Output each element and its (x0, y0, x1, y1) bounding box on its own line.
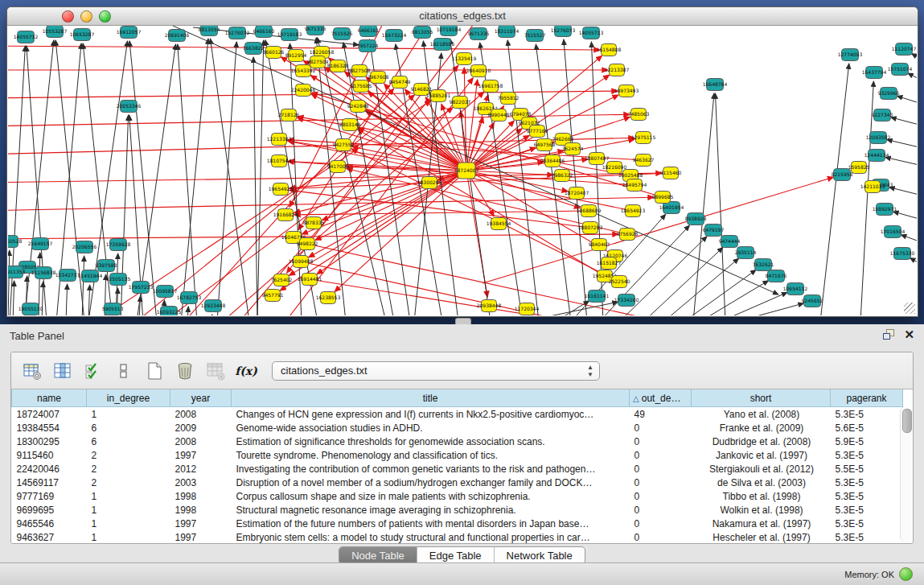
graph-node[interactable]: 17359928 (106, 239, 131, 251)
table-row[interactable]: 977716911998Corpus callosum shape and si… (12, 489, 903, 503)
table-cell[interactable]: 5.5E-5 (831, 462, 903, 476)
graph-node[interactable]: 18640910 (466, 65, 491, 77)
graph-node[interactable]: 3624574 (562, 143, 584, 155)
table-cell[interactable]: 6 (87, 435, 170, 448)
graph-node[interactable]: 9175685 (351, 80, 372, 93)
graph-node[interactable]: 2935114 (735, 247, 757, 259)
table-cell[interactable]: 1997 (170, 448, 232, 462)
table-cell[interactable]: 1998 (170, 489, 232, 503)
table-cell[interactable]: 2003 (170, 476, 232, 489)
table-cell[interactable]: 0 (630, 503, 692, 517)
graph-node[interactable]: 12923448 (201, 300, 226, 312)
select-attributes-icon[interactable] (84, 361, 103, 381)
network-table-select[interactable]: citations_edges.txt ▲▼ (272, 361, 600, 381)
graph-node[interactable]: 8938928 (685, 213, 707, 225)
graph-node[interactable]: 7955812 (498, 93, 519, 105)
graph-node[interactable]: 10095817 (153, 286, 178, 298)
table-cell[interactable]: 2008 (170, 435, 232, 448)
table-cell[interactable]: 2008 (170, 407, 232, 422)
table-cell[interactable]: 1997 (170, 530, 232, 544)
network-window[interactable]: citations_edges.txt 14055712105532871065… (6, 6, 918, 317)
table-scrollbar-thumb[interactable] (902, 409, 912, 433)
new-table-icon[interactable] (145, 361, 164, 381)
table-cell[interactable]: 1997 (170, 517, 232, 530)
graph-node[interactable]: 14055713 (579, 27, 604, 39)
graph-node[interactable]: 6497568 (534, 139, 556, 151)
table-cell[interactable]: 18724007 (12, 407, 87, 422)
graph-node[interactable]: 16782753 (177, 292, 202, 304)
graph-node[interactable]: 2718126 (278, 109, 300, 122)
graph-node[interactable]: 11120747 (892, 43, 917, 56)
table-cell[interactable]: Franke et al. (2009) (692, 421, 831, 435)
graph-node[interactable]: 7515527 (524, 30, 546, 42)
table-cell[interactable]: 0 (630, 448, 692, 462)
graph-node[interactable]: 8813054 (199, 26, 220, 36)
table-cell[interactable]: 5.3E-5 (831, 407, 903, 422)
graph-node[interactable]: 17016504 (881, 226, 906, 238)
graph-node[interactable]: 16154808 (597, 44, 622, 56)
graph-node[interactable]: 9671336 (468, 28, 490, 40)
window-resize-grip[interactable] (904, 303, 915, 314)
graph-node[interactable]: 8471676 (766, 270, 787, 282)
graph-node[interactable]: 9457791 (262, 290, 284, 302)
table-cell[interactable]: 5.3E-5 (831, 476, 903, 489)
graph-node[interactable]: 16093225 (157, 307, 182, 316)
graph-node[interactable]: 11325419 (452, 53, 477, 65)
graph-node[interactable]: 12213387 (605, 64, 630, 76)
graph-node[interactable]: 12213383 (267, 134, 292, 146)
table-cell[interactable]: Embryonic stem cells: a model to study s… (232, 530, 630, 544)
table-row[interactable]: 946554611997Estimation of the future num… (12, 517, 903, 530)
function-builder-icon[interactable]: f(x) (236, 361, 256, 381)
graph-node[interactable]: 9840467 (589, 239, 610, 251)
delete-table-icon[interactable] (175, 361, 195, 381)
graph-node[interactable]: 12975115 (631, 132, 656, 144)
graph-node[interactable]: 17957233 (129, 282, 154, 294)
graph-node[interactable]: 5905513 (102, 303, 124, 315)
table-cell[interactable]: de Silva et al. (2003) (692, 476, 831, 489)
graph-node[interactable]: 7485063 (628, 109, 650, 121)
table-cell[interactable]: Estimation of the future numbers of pati… (232, 517, 630, 530)
table-cell[interactable]: 49 (630, 407, 692, 422)
table-cell[interactable]: 1 (87, 530, 170, 544)
graph-node[interactable]: 9822037 (450, 97, 471, 109)
table-cell[interactable]: 1998 (170, 503, 232, 517)
graph-node[interactable]: 11675330 (890, 248, 915, 260)
table-cell[interactable]: 0 (630, 435, 692, 448)
graph-node[interactable]: 7632621 (753, 259, 774, 271)
network-window-titlebar[interactable]: citations_edges.txt (7, 7, 918, 26)
table-row[interactable]: 1456911722003Disruption of a novel membe… (12, 476, 903, 489)
graph-node[interactable]: 9474444 (719, 236, 741, 248)
graph-node[interactable]: 16161141 (585, 290, 610, 303)
table-cell[interactable]: 1 (87, 503, 170, 517)
table-cell[interactable]: 9777169 (12, 489, 87, 503)
graph-node[interactable]: 13342737 (55, 270, 80, 282)
graph-node[interactable]: 12774093 (838, 49, 863, 61)
table-cell[interactable]: 9699695 (12, 503, 87, 517)
graph-node[interactable]: 9777169 (527, 126, 548, 138)
column-header-indegree[interactable]: in_degree (87, 389, 170, 407)
graph-node[interactable]: 16648784 (703, 79, 728, 91)
graph-node[interactable]: 10553287 (43, 26, 68, 38)
column-header-year[interactable]: year (170, 389, 232, 407)
table-cell[interactable]: Genome-wide association studies in ADHD. (232, 421, 630, 435)
table-cell[interactable]: Yano et al. (2008) (692, 407, 831, 422)
citation-network-graph[interactable]: 1405571210553287106532871691205720691406… (8, 26, 917, 315)
table-cell[interactable]: 1 (87, 517, 170, 530)
table-cell[interactable]: 5.3E-5 (831, 517, 903, 530)
graph-node[interactable]: 9397588 (96, 260, 117, 272)
table-cell[interactable]: 1 (87, 407, 170, 422)
graph-node[interactable]: 14055712 (14, 31, 39, 43)
graph-node[interactable]: 9245652 (802, 295, 823, 307)
graph-node[interactable]: 9329966 (878, 88, 900, 100)
graph-node[interactable]: 9417006 (327, 161, 349, 173)
import-table-icon[interactable] (206, 361, 225, 381)
graph-node[interactable]: 16914481 (298, 274, 322, 286)
graph-node[interactable]: 9498222 (297, 238, 318, 250)
graph-node[interactable]: 15276073 (551, 26, 576, 37)
graph-node[interactable]: 11451944 (78, 270, 103, 282)
column-header-title[interactable]: title (232, 389, 630, 407)
graph-node[interactable]: 9899685 (652, 192, 674, 204)
table-cell[interactable]: 2 (87, 448, 170, 462)
table-cell[interactable]: 5.3E-5 (831, 503, 903, 517)
graph-node[interactable]: 7625402 (271, 274, 293, 286)
